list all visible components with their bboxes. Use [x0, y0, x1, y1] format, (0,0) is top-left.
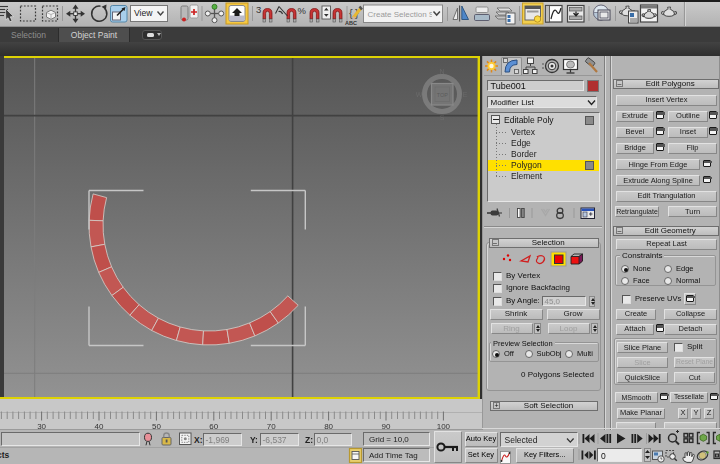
svg-text:TOP: TOP	[437, 92, 449, 98]
svg-text:W: W	[416, 91, 423, 98]
svg-text:S: S	[440, 114, 445, 121]
svg-text:%: %	[298, 5, 307, 16]
svg-text:N: N	[439, 68, 444, 75]
svg-text:E: E	[463, 91, 468, 98]
